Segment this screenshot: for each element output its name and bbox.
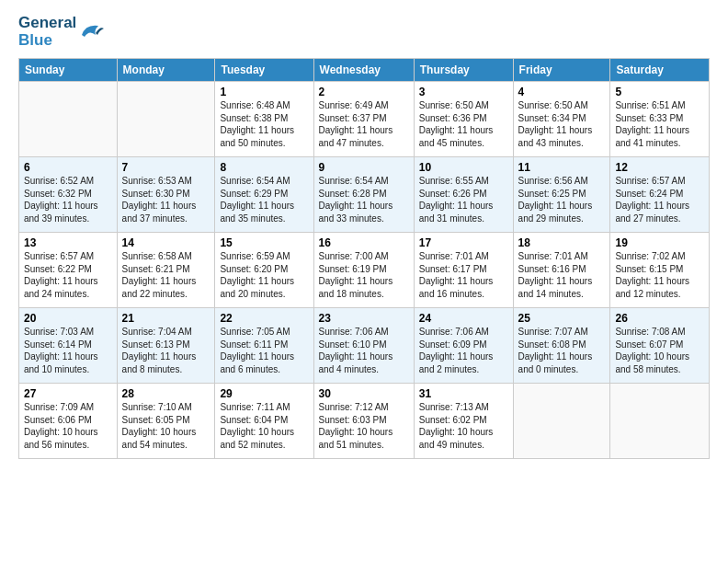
calendar-cell: [610, 384, 710, 459]
day-info: Sunrise: 6:50 AM Sunset: 6:34 PM Dayligh…: [518, 99, 606, 149]
calendar-cell: 26Sunrise: 7:08 AM Sunset: 6:07 PM Dayli…: [610, 308, 710, 384]
week-row-2: 6Sunrise: 6:52 AM Sunset: 6:32 PM Daylig…: [19, 157, 710, 233]
calendar-cell: 5Sunrise: 6:51 AM Sunset: 6:33 PM Daylig…: [610, 82, 710, 157]
day-number: 30: [319, 387, 409, 400]
day-info: Sunrise: 7:12 AM Sunset: 6:03 PM Dayligh…: [319, 401, 409, 451]
day-info: Sunrise: 6:54 AM Sunset: 6:28 PM Dayligh…: [319, 175, 409, 224]
day-info: Sunrise: 7:02 AM Sunset: 6:15 PM Dayligh…: [615, 250, 704, 300]
calendar-cell: 21Sunrise: 7:04 AM Sunset: 6:13 PM Dayli…: [117, 308, 215, 384]
calendar-cell: 6Sunrise: 6:52 AM Sunset: 6:32 PM Daylig…: [19, 157, 118, 233]
day-number: 20: [24, 312, 112, 325]
weekday-header-sunday: Sunday: [19, 59, 118, 82]
day-number: 22: [220, 312, 308, 325]
weekday-header-wednesday: Wednesday: [313, 59, 414, 82]
day-number: 25: [518, 312, 606, 325]
day-number: 15: [220, 236, 308, 249]
day-number: 3: [419, 86, 508, 98]
day-number: 23: [319, 312, 409, 325]
calendar-cell: 31Sunrise: 7:13 AM Sunset: 6:02 PM Dayli…: [414, 384, 513, 459]
day-number: 21: [122, 312, 210, 325]
day-number: 7: [122, 161, 210, 174]
calendar-cell: 15Sunrise: 6:59 AM Sunset: 6:20 PM Dayli…: [215, 233, 313, 308]
day-number: 24: [419, 312, 508, 325]
day-number: 5: [615, 86, 704, 98]
day-info: Sunrise: 6:53 AM Sunset: 6:30 PM Dayligh…: [122, 175, 210, 224]
logo-text-general: General: [18, 15, 76, 32]
day-number: 9: [319, 161, 409, 174]
calendar-cell: 4Sunrise: 6:50 AM Sunset: 6:34 PM Daylig…: [513, 82, 610, 157]
logo-text-blue: Blue: [18, 32, 76, 50]
calendar-cell: 3Sunrise: 6:50 AM Sunset: 6:36 PM Daylig…: [414, 82, 513, 157]
weekday-header-thursday: Thursday: [414, 59, 513, 82]
logo-bird-icon: [78, 18, 106, 46]
calendar-cell: [513, 384, 610, 459]
calendar-cell: 1Sunrise: 6:48 AM Sunset: 6:38 PM Daylig…: [215, 82, 313, 157]
day-number: 28: [122, 387, 210, 400]
day-number: 4: [518, 86, 606, 98]
day-number: 26: [615, 312, 704, 325]
calendar-cell: 20Sunrise: 7:03 AM Sunset: 6:14 PM Dayli…: [19, 308, 118, 384]
day-info: Sunrise: 6:54 AM Sunset: 6:29 PM Dayligh…: [220, 175, 308, 224]
calendar-cell: 29Sunrise: 7:11 AM Sunset: 6:04 PM Dayli…: [215, 384, 313, 459]
day-info: Sunrise: 6:52 AM Sunset: 6:32 PM Dayligh…: [24, 175, 112, 224]
day-number: 8: [220, 161, 308, 174]
day-info: Sunrise: 6:57 AM Sunset: 6:22 PM Dayligh…: [24, 250, 112, 300]
day-info: Sunrise: 7:08 AM Sunset: 6:07 PM Dayligh…: [615, 326, 704, 375]
calendar-cell: 23Sunrise: 7:06 AM Sunset: 6:10 PM Dayli…: [313, 308, 414, 384]
calendar-table: SundayMondayTuesdayWednesdayThursdayFrid…: [18, 58, 710, 459]
calendar-cell: 13Sunrise: 6:57 AM Sunset: 6:22 PM Dayli…: [19, 233, 118, 308]
calendar-cell: 18Sunrise: 7:01 AM Sunset: 6:16 PM Dayli…: [513, 233, 610, 308]
calendar-cell: 19Sunrise: 7:02 AM Sunset: 6:15 PM Dayli…: [610, 233, 710, 308]
day-info: Sunrise: 7:01 AM Sunset: 6:16 PM Dayligh…: [518, 250, 606, 300]
day-number: 27: [24, 387, 112, 400]
calendar-cell: 10Sunrise: 6:55 AM Sunset: 6:26 PM Dayli…: [414, 157, 513, 233]
calendar-cell: 22Sunrise: 7:05 AM Sunset: 6:11 PM Dayli…: [215, 308, 313, 384]
weekday-header-row: SundayMondayTuesdayWednesdayThursdayFrid…: [19, 59, 710, 82]
calendar-cell: 28Sunrise: 7:10 AM Sunset: 6:05 PM Dayli…: [117, 384, 215, 459]
day-info: Sunrise: 6:50 AM Sunset: 6:36 PM Dayligh…: [419, 99, 508, 149]
day-info: Sunrise: 7:07 AM Sunset: 6:08 PM Dayligh…: [518, 326, 606, 375]
weekday-header-friday: Friday: [513, 59, 610, 82]
calendar-cell: 11Sunrise: 6:56 AM Sunset: 6:25 PM Dayli…: [513, 157, 610, 233]
logo: General Blue: [18, 15, 106, 49]
calendar-cell: [117, 82, 215, 157]
week-row-5: 27Sunrise: 7:09 AM Sunset: 6:06 PM Dayli…: [19, 384, 710, 459]
day-info: Sunrise: 7:00 AM Sunset: 6:19 PM Dayligh…: [319, 250, 409, 300]
day-info: Sunrise: 6:49 AM Sunset: 6:37 PM Dayligh…: [319, 99, 409, 149]
day-info: Sunrise: 7:09 AM Sunset: 6:06 PM Dayligh…: [24, 401, 112, 451]
day-number: 17: [419, 236, 508, 249]
day-info: Sunrise: 6:51 AM Sunset: 6:33 PM Dayligh…: [615, 99, 704, 149]
day-number: 29: [220, 387, 308, 400]
day-info: Sunrise: 7:03 AM Sunset: 6:14 PM Dayligh…: [24, 326, 112, 375]
day-number: 1: [220, 86, 308, 98]
page-header: General Blue: [18, 15, 710, 49]
day-info: Sunrise: 7:06 AM Sunset: 6:09 PM Dayligh…: [419, 326, 508, 375]
day-info: Sunrise: 7:04 AM Sunset: 6:13 PM Dayligh…: [122, 326, 210, 375]
calendar-cell: 16Sunrise: 7:00 AM Sunset: 6:19 PM Dayli…: [313, 233, 414, 308]
calendar-cell: 7Sunrise: 6:53 AM Sunset: 6:30 PM Daylig…: [117, 157, 215, 233]
day-info: Sunrise: 6:48 AM Sunset: 6:38 PM Dayligh…: [220, 99, 308, 149]
weekday-header-saturday: Saturday: [610, 59, 710, 82]
day-number: 2: [319, 86, 409, 98]
day-number: 10: [419, 161, 508, 174]
calendar-cell: 24Sunrise: 7:06 AM Sunset: 6:09 PM Dayli…: [414, 308, 513, 384]
week-row-3: 13Sunrise: 6:57 AM Sunset: 6:22 PM Dayli…: [19, 233, 710, 308]
week-row-1: 1Sunrise: 6:48 AM Sunset: 6:38 PM Daylig…: [19, 82, 710, 157]
day-info: Sunrise: 6:57 AM Sunset: 6:24 PM Dayligh…: [615, 175, 704, 224]
weekday-header-monday: Monday: [117, 59, 215, 82]
day-number: 13: [24, 236, 112, 249]
calendar-cell: [19, 82, 118, 157]
calendar-page: General Blue SundayMondayTuesdayWednesda…: [0, 0, 728, 563]
week-row-4: 20Sunrise: 7:03 AM Sunset: 6:14 PM Dayli…: [19, 308, 710, 384]
day-number: 19: [615, 236, 704, 249]
calendar-cell: 25Sunrise: 7:07 AM Sunset: 6:08 PM Dayli…: [513, 308, 610, 384]
day-info: Sunrise: 7:10 AM Sunset: 6:05 PM Dayligh…: [122, 401, 210, 451]
day-number: 18: [518, 236, 606, 249]
day-number: 12: [615, 161, 704, 174]
day-number: 16: [319, 236, 409, 249]
calendar-cell: 27Sunrise: 7:09 AM Sunset: 6:06 PM Dayli…: [19, 384, 118, 459]
calendar-cell: 17Sunrise: 7:01 AM Sunset: 6:17 PM Dayli…: [414, 233, 513, 308]
day-info: Sunrise: 6:58 AM Sunset: 6:21 PM Dayligh…: [122, 250, 210, 300]
day-number: 11: [518, 161, 606, 174]
calendar-cell: 12Sunrise: 6:57 AM Sunset: 6:24 PM Dayli…: [610, 157, 710, 233]
